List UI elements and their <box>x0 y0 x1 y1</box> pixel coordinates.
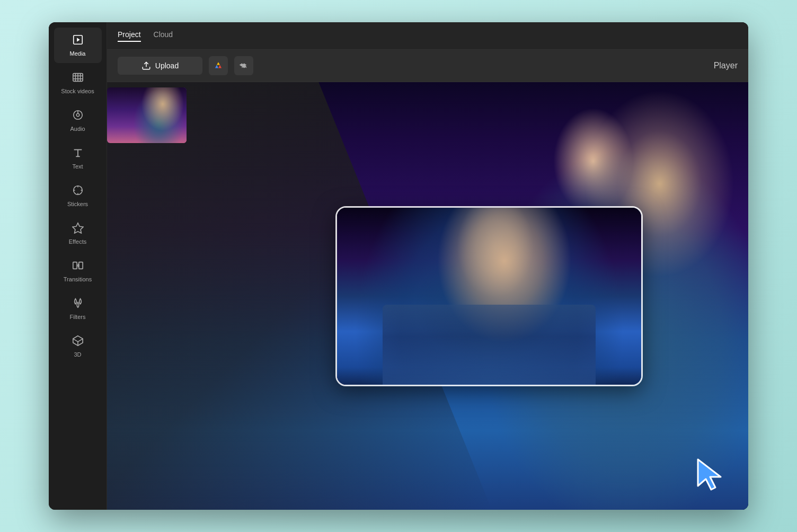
svg-marker-19 <box>72 223 83 233</box>
media-area <box>107 82 748 510</box>
tab-cloud[interactable]: Cloud <box>154 30 173 42</box>
sidebar-item-label-stock: Stock videos <box>61 88 94 94</box>
stock-videos-icon <box>72 72 84 85</box>
sidebar-item-filters[interactable]: Filters <box>54 291 102 326</box>
sidebar-item-label-audio: Audio <box>70 126 85 132</box>
svg-point-9 <box>76 113 79 117</box>
player-card <box>335 206 643 386</box>
google-drive-icon <box>214 61 223 70</box>
sidebar-item-label-text: Text <box>72 163 83 170</box>
3d-icon <box>72 335 84 348</box>
sidebar-item-stickers[interactable]: Stickers <box>54 178 102 214</box>
cursor-arrow <box>695 457 727 494</box>
svg-rect-20 <box>73 262 76 269</box>
thumbnail-person <box>107 87 187 143</box>
sidebar-item-label-effects: Effects <box>69 238 86 245</box>
sidebar-item-stock-videos[interactable]: Stock videos <box>54 65 102 101</box>
sidebar-item-label-media: Media <box>70 50 86 57</box>
upload-button[interactable]: Upload <box>118 57 202 75</box>
player-card-inner <box>337 208 641 385</box>
stickers-icon <box>72 184 84 198</box>
main-content: Project Cloud Upload <box>107 22 748 510</box>
sidebar-item-transitions[interactable]: Transitions <box>54 253 102 289</box>
text-icon <box>72 147 84 160</box>
google-drive-button[interactable] <box>209 56 228 75</box>
upload-label: Upload <box>155 61 179 70</box>
sidebar-item-label-transitions: Transitions <box>64 276 92 282</box>
effects-icon <box>72 222 84 235</box>
sidebar: Media Stock videos <box>49 22 107 510</box>
tab-project[interactable]: Project <box>118 30 141 42</box>
svg-marker-1 <box>77 38 80 41</box>
sidebar-item-3d[interactable]: 3D <box>54 329 102 364</box>
upload-icon <box>141 61 151 70</box>
media-thumbnail[interactable] <box>107 87 187 143</box>
svg-marker-25 <box>698 459 721 490</box>
app-window: Media Stock videos <box>49 22 748 510</box>
audio-icon <box>72 109 84 122</box>
sidebar-item-label-stickers: Stickers <box>67 201 88 207</box>
thumbnail-preview <box>107 87 187 143</box>
sidebar-item-label-3d: 3D <box>74 351 81 358</box>
svg-rect-21 <box>78 262 82 269</box>
sidebar-item-text[interactable]: Text <box>54 140 102 176</box>
media-icon <box>72 34 84 47</box>
card-jacket <box>383 305 596 384</box>
sidebar-item-effects[interactable]: Effects <box>54 216 102 251</box>
sidebar-item-label-filters: Filters <box>70 314 86 320</box>
dropbox-icon <box>239 61 249 70</box>
toolbar: Upload Player <box>107 50 748 82</box>
player-label: Player <box>714 61 738 70</box>
dropbox-button[interactable] <box>234 56 253 75</box>
sidebar-item-media[interactable]: Media <box>54 28 102 63</box>
sidebar-item-audio[interactable]: Audio <box>54 103 102 138</box>
filters-icon <box>72 297 84 311</box>
top-bar: Project Cloud <box>107 22 748 50</box>
transitions-icon <box>72 260 84 273</box>
